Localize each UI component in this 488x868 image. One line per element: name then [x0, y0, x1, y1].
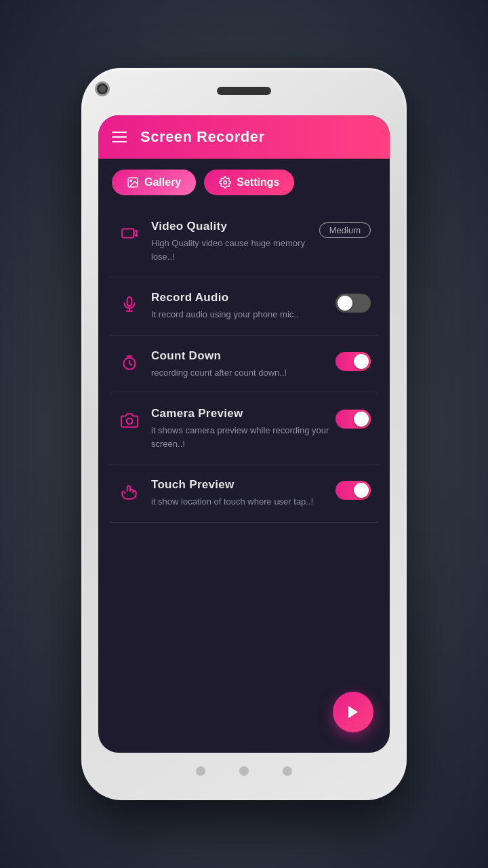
- video-quality-content: Video Quality High Quality video cause h…: [151, 220, 319, 263]
- video-quality-desc: High Quality video cause huge memory los…: [151, 237, 319, 263]
- svg-rect-3: [122, 229, 134, 238]
- tab-settings[interactable]: Settings: [204, 170, 294, 195]
- tab-bar: Gallery Settings: [98, 159, 390, 206]
- count-down-desc: recording count after count down..!: [151, 366, 336, 380]
- count-down-icon: [117, 351, 142, 375]
- touch-preview-desc: it show location of touch where user tap…: [151, 495, 336, 509]
- settings-item-camera-preview: Camera Preview it shows camera preview w…: [109, 393, 379, 465]
- touch-preview-content: Touch Preview it show location of touch …: [151, 478, 336, 509]
- app-title: Screen Recorder: [140, 128, 265, 146]
- phone-frame: Screen Recorder Gallery Settings: [81, 68, 407, 800]
- settings-item-touch-preview: Touch Preview it show location of touch …: [109, 465, 379, 523]
- record-audio-icon: [117, 292, 142, 317]
- count-down-toggle[interactable]: [336, 352, 371, 371]
- count-down-title: Count Down: [151, 349, 336, 363]
- svg-rect-4: [127, 297, 132, 306]
- tab-gallery-label: Gallery: [144, 176, 181, 189]
- count-down-content: Count Down recording count after count d…: [151, 349, 336, 380]
- camera-preview-icon: [117, 408, 142, 433]
- phone-camera: [95, 81, 110, 96]
- svg-point-2: [224, 181, 227, 184]
- touch-preview-toggle[interactable]: [336, 481, 371, 500]
- settings-item-count-down: Count Down recording count after count d…: [109, 336, 379, 394]
- record-audio-control[interactable]: [336, 294, 371, 313]
- video-quality-icon: [117, 221, 142, 245]
- touch-preview-control[interactable]: [336, 481, 371, 500]
- camera-preview-title: Camera Preview: [151, 407, 336, 420]
- phone-screen: Screen Recorder Gallery Settings: [98, 115, 390, 753]
- camera-preview-desc: it shows camera preview while recording …: [151, 424, 336, 450]
- record-audio-desc: It record audio using your phone mic..: [151, 308, 336, 321]
- start-recording-fab[interactable]: [333, 692, 373, 732]
- count-down-control[interactable]: [336, 352, 371, 371]
- camera-preview-toggle-knob: [354, 412, 369, 427]
- svg-point-8: [127, 418, 133, 425]
- hamburger-menu-button[interactable]: [112, 132, 127, 142]
- tab-gallery[interactable]: Gallery: [112, 170, 196, 195]
- video-quality-control[interactable]: Medium: [319, 222, 371, 238]
- settings-list: Video Quality High Quality video cause h…: [98, 206, 390, 753]
- record-audio-content: Record Audio It record audio using your …: [151, 291, 336, 321]
- tab-settings-label: Settings: [237, 176, 279, 189]
- svg-point-1: [130, 180, 131, 181]
- touch-preview-title: Touch Preview: [151, 478, 336, 492]
- touch-preview-icon: [117, 479, 142, 504]
- play-icon: [345, 704, 361, 720]
- touch-preview-toggle-knob: [354, 483, 369, 498]
- settings-item-record-audio: Record Audio It record audio using your …: [109, 277, 379, 336]
- camera-preview-content: Camera Preview it shows camera preview w…: [151, 407, 336, 450]
- count-down-toggle-knob: [354, 354, 369, 369]
- app-header: Screen Recorder: [98, 115, 390, 159]
- record-audio-toggle[interactable]: [336, 294, 371, 313]
- settings-item-video-quality: Video Quality High Quality video cause h…: [109, 206, 379, 277]
- svg-marker-9: [348, 706, 358, 718]
- record-audio-toggle-knob: [338, 296, 352, 311]
- video-quality-title: Video Quality: [151, 220, 319, 233]
- record-audio-title: Record Audio: [151, 291, 336, 304]
- camera-preview-control[interactable]: [336, 410, 371, 429]
- video-quality-badge[interactable]: Medium: [319, 222, 371, 238]
- camera-preview-toggle[interactable]: [336, 410, 371, 429]
- phone-bottom-dots: [196, 766, 292, 776]
